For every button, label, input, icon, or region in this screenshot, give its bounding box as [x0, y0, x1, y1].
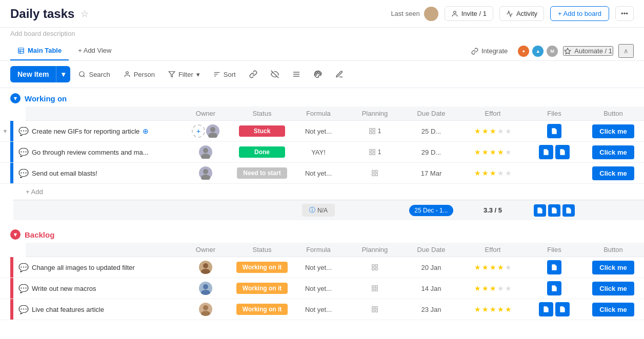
planning-cell-b2[interactable] — [347, 285, 403, 292]
click-me-button-2[interactable]: Click me — [592, 145, 634, 159]
planning-cell-3[interactable] — [347, 170, 403, 177]
add-item-backlog[interactable]: + Add — [0, 320, 644, 325]
row-expand-1[interactable]: ▼ — [0, 128, 10, 134]
planning-cell-2[interactable]: 1 — [347, 149, 403, 156]
file-icon-2a[interactable] — [539, 145, 553, 159]
due-date-cell-2[interactable]: 29 D... — [403, 149, 459, 156]
file-icon-b2[interactable] — [547, 281, 561, 295]
summary-file-icon-1[interactable] — [534, 204, 546, 217]
effort-cell-2[interactable]: ★★★★★ — [459, 148, 526, 156]
click-me-button-b1[interactable]: Click me — [592, 261, 634, 274]
effort-cell-b1[interactable]: ★★★★★ — [459, 263, 526, 271]
status-cell-b1[interactable]: Working on it — [234, 262, 290, 273]
group-toggle-backlog[interactable]: ▼ — [10, 229, 21, 240]
click-me-button-3[interactable]: Click me — [592, 166, 634, 180]
summary-date[interactable]: 25 Dec - 1... — [403, 205, 459, 216]
comment-icon-b3[interactable]: 💬 — [18, 305, 29, 314]
formula-icon-button[interactable] — [330, 67, 349, 81]
file-icon-1[interactable] — [547, 124, 561, 138]
effort-cell-b3[interactable]: ★★★★★ — [459, 305, 526, 313]
file-icon-b1[interactable] — [547, 260, 561, 274]
color-icon-button[interactable] — [309, 67, 327, 81]
button-cell-b2[interactable]: Click me — [582, 282, 644, 295]
button-cell-b3[interactable]: Click me — [582, 303, 644, 316]
files-cell-b1[interactable] — [526, 260, 582, 274]
invite-button[interactable]: Invite / 1 — [445, 6, 493, 21]
summary-formula[interactable]: ⓘ N/A — [290, 204, 347, 217]
group-name-working-on[interactable]: Working on — [25, 94, 67, 103]
click-me-button-1[interactable]: Click me — [592, 124, 634, 138]
svg-rect-3 — [18, 48, 24, 53]
group-toggle-working-on[interactable]: ▼ — [10, 93, 21, 103]
comment-icon-2[interactable]: 💬 — [18, 147, 29, 157]
owner-cell-b1[interactable] — [177, 261, 234, 274]
comment-icon-3[interactable]: 💬 — [18, 168, 29, 178]
svg-rect-37 — [375, 174, 377, 176]
file-icon-b3a[interactable] — [539, 302, 553, 316]
tab-add-view[interactable]: + Add View — [71, 41, 118, 60]
button-cell-2[interactable]: Click me — [582, 145, 644, 159]
owner-cell-3[interactable] — [177, 166, 234, 180]
new-item-button[interactable]: New Item ▾ — [10, 66, 70, 82]
files-cell-2[interactable] — [526, 145, 582, 159]
comment-icon-b2[interactable]: 💬 — [18, 284, 29, 293]
owner-cell-1[interactable]: + — [177, 124, 234, 138]
tab-main-table[interactable]: Main Table — [10, 41, 69, 60]
add-to-board-button[interactable]: + Add to board — [550, 6, 609, 21]
search-button[interactable]: Search — [73, 68, 115, 81]
files-cell-b2[interactable] — [526, 281, 582, 295]
due-date-cell-b3[interactable]: 23 Jan — [403, 306, 459, 313]
summary-file-icon-2[interactable] — [548, 204, 560, 217]
effort-cell-1[interactable]: ★★★★★ — [459, 127, 526, 135]
due-date-cell-b2[interactable]: 14 Jan — [403, 285, 459, 292]
comment-icon-b1[interactable]: 💬 — [18, 263, 29, 272]
effort-cell-3[interactable]: ★★★★★ — [459, 169, 526, 177]
svg-rect-44 — [372, 268, 374, 270]
integrate-button[interactable]: Integrate — [466, 44, 513, 58]
filter-button[interactable]: Filter ▾ — [163, 68, 205, 81]
effort-cell-b2[interactable]: ★★★★★ — [459, 284, 526, 292]
status-cell-1[interactable]: Stuck — [234, 125, 290, 137]
add-owner-icon-1[interactable]: + — [192, 124, 205, 138]
board-description[interactable]: Add board description — [0, 28, 644, 41]
status-cell-2[interactable]: Done — [234, 146, 290, 158]
planning-cell-b1[interactable] — [347, 264, 403, 271]
more-options-button[interactable]: ••• — [615, 6, 634, 21]
status-cell-3[interactable]: Need to start — [234, 167, 290, 179]
favorite-icon[interactable]: ☆ — [80, 8, 89, 19]
hide-icon-button[interactable] — [266, 67, 284, 81]
click-me-button-b2[interactable]: Click me — [592, 282, 634, 295]
link-icon-button[interactable] — [244, 67, 263, 81]
owner-cell-b3[interactable] — [177, 303, 234, 316]
click-me-button-b3[interactable]: Click me — [592, 303, 634, 316]
file-icon-2b[interactable] — [555, 145, 570, 159]
file-icons-2 — [539, 145, 570, 159]
due-date-cell-1[interactable]: 25 D... — [403, 128, 459, 135]
button-cell-1[interactable]: Click me — [582, 124, 644, 138]
button-cell-3[interactable]: Click me — [582, 166, 644, 180]
files-cell-b3[interactable] — [526, 302, 582, 316]
group-name-backlog[interactable]: Backlog — [25, 230, 54, 239]
button-cell-b1[interactable]: Click me — [582, 261, 644, 274]
status-cell-b3[interactable]: Working on it — [234, 304, 290, 315]
collapse-button[interactable]: ∧ — [618, 44, 634, 58]
sort-button[interactable]: Sort — [208, 68, 241, 81]
due-date-cell-3[interactable]: 17 Mar — [403, 170, 459, 177]
activity-button[interactable]: Activity — [499, 6, 544, 21]
comment-icon-1[interactable]: 💬 — [18, 126, 29, 136]
rows-icon-button[interactable] — [287, 67, 306, 81]
file-icon-b3b[interactable] — [555, 302, 570, 316]
files-cell-1[interactable] — [526, 124, 582, 138]
add-item-working-on[interactable]: + Add — [0, 184, 644, 200]
owner-cell-b2[interactable] — [177, 282, 234, 295]
status-cell-b2[interactable]: Working on it — [234, 283, 290, 294]
planning-cell-1[interactable]: 1 — [347, 128, 403, 135]
planning-cell-b3[interactable] — [347, 306, 403, 313]
due-date-cell-b1[interactable]: 20 Jan — [403, 264, 459, 271]
automate-button[interactable]: Automate / 1 — [563, 46, 613, 56]
owner-cell-2[interactable] — [177, 145, 234, 159]
summary-file-icon-3[interactable] — [562, 204, 575, 217]
person-button[interactable]: Person — [118, 68, 160, 81]
new-item-dropdown-icon[interactable]: ▾ — [56, 66, 70, 82]
add-subtask-icon-1[interactable]: ⊕ — [143, 127, 149, 135]
